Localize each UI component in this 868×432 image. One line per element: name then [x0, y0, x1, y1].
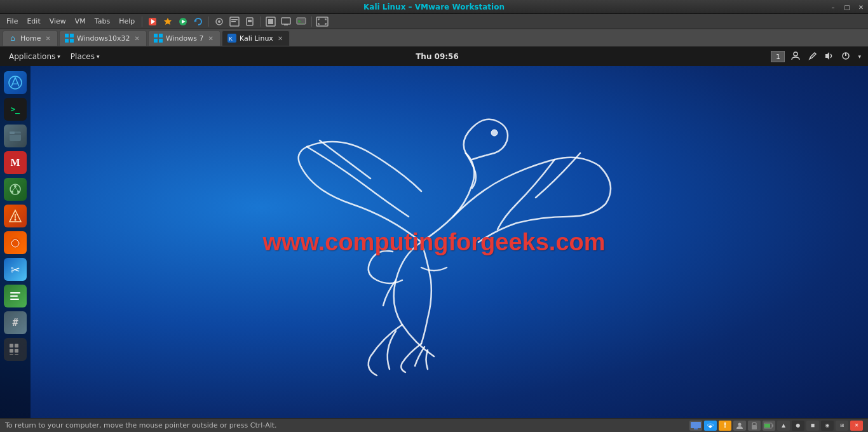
svg-line-42	[13, 187, 15, 191]
toolbar-vm-settings-icon[interactable]	[227, 15, 241, 28]
svg-rect-48	[10, 292, 20, 294]
svg-rect-9	[231, 19, 238, 20]
svg-rect-37	[10, 132, 15, 134]
toolbar-snapshot-icon[interactable]	[212, 15, 226, 28]
toolbar-play-icon[interactable]	[176, 15, 190, 28]
toolbar-separator4	[311, 17, 312, 27]
toolbar-separator3	[260, 17, 261, 27]
svg-rect-10	[231, 21, 236, 22]
panel-right: 1 ▾	[771, 51, 863, 63]
svg-rect-24	[154, 34, 158, 37]
tray-icon-network[interactable]	[704, 421, 717, 431]
titlebar-title: Kali Linux – VMware Workstation	[363, 3, 505, 11]
panel-left: Applications ▾ Places ▾	[5, 51, 104, 62]
svg-rect-60	[752, 425, 757, 429]
tray-icon-user[interactable]	[733, 421, 746, 431]
volume-panel-icon[interactable]	[823, 51, 836, 63]
svg-point-30	[794, 52, 797, 56]
tray-icon-monitor[interactable]	[689, 421, 702, 431]
panel-clock: Thu 09:56	[104, 52, 771, 61]
tab-windows7-close[interactable]: ✕	[207, 34, 214, 43]
statusbar-icons: ! ▲ ● ◼ ◉ ⊞ ✕	[689, 421, 863, 431]
tray-icon-misc3[interactable]: ◼	[806, 421, 819, 431]
dock-app-grid[interactable]	[4, 338, 27, 361]
svg-rect-63	[772, 424, 773, 427]
toolbar-console-icon[interactable]: >_	[294, 15, 308, 28]
tab-windows7-label: Windows 7	[166, 34, 204, 43]
tray-icon-misc1[interactable]: ▲	[777, 421, 790, 431]
places-menu[interactable]: Places ▾	[67, 51, 104, 62]
svg-text:>_: >_	[298, 19, 304, 24]
svg-marker-31	[825, 52, 829, 60]
toolbar-fullscreen-icon[interactable]	[315, 15, 329, 28]
tab-windows7[interactable]: Windows 7 ✕	[148, 30, 220, 46]
vmware-menubar: File Edit View VM Tabs Help >_	[0, 14, 868, 29]
applications-menu[interactable]: Applications ▾	[5, 51, 64, 62]
svg-point-40	[11, 191, 13, 193]
vm-icon-win10	[65, 34, 74, 43]
svg-rect-52	[15, 344, 18, 348]
tab-kali-label: Kali Linux	[240, 34, 273, 43]
toolbar-favorites-icon[interactable]	[161, 15, 175, 28]
tray-icon-misc6[interactable]: ✕	[850, 421, 863, 431]
toolbar-suspend-icon[interactable]	[264, 15, 278, 28]
svg-rect-51	[10, 344, 13, 348]
maximize-button[interactable]: □	[840, 0, 854, 14]
tab-home-close[interactable]: ✕	[44, 34, 51, 43]
tray-icon-misc5[interactable]: ⊞	[836, 421, 848, 431]
svg-point-41	[17, 191, 20, 193]
kali-desktop-container: www.computingforgeeks.com >_ M	[0, 66, 868, 418]
user-panel-icon[interactable]	[789, 51, 803, 63]
menu-help[interactable]: Help	[115, 16, 139, 27]
dock-armitage[interactable]	[4, 205, 27, 227]
svg-point-46	[15, 219, 17, 221]
dock-terminal[interactable]: >_	[4, 98, 27, 121]
tray-icon-alert[interactable]: !	[719, 421, 731, 431]
tab-windows10-label: Windows10x32	[77, 34, 130, 43]
dock-metasploit[interactable]: M	[4, 151, 27, 174]
tray-icon-battery[interactable]	[763, 421, 775, 431]
svg-rect-62	[764, 424, 770, 428]
places-label: Places	[71, 52, 95, 61]
tray-icon-lock[interactable]	[748, 421, 761, 431]
tab-windows10-close[interactable]: ✕	[133, 34, 140, 43]
toolbar-refresh-icon[interactable]	[191, 15, 205, 28]
pen-panel-icon[interactable]	[806, 51, 819, 63]
tab-windows10[interactable]: Windows10x32 ✕	[59, 30, 147, 46]
workspace-button[interactable]: 1	[771, 51, 785, 62]
power-panel-icon[interactable]	[839, 51, 852, 63]
tabbar: ⌂ Home ✕ Windows10x32 ✕ Windows 7 ✕ K Ka…	[0, 29, 868, 47]
tab-kali-close[interactable]: ✕	[276, 34, 284, 43]
toolbar-monitor-icon[interactable]	[279, 15, 293, 28]
dropdown-panel-icon[interactable]: ▾	[856, 53, 863, 60]
menu-tabs[interactable]: Tabs	[91, 16, 114, 27]
svg-rect-49	[10, 295, 18, 297]
dock-files[interactable]	[4, 125, 27, 147]
statusbar: To return to your computer, move the mou…	[0, 418, 868, 432]
watermark-text: www.computingforgeeks.com	[262, 229, 605, 256]
applications-label: Applications	[9, 52, 55, 61]
svg-point-39	[14, 185, 17, 187]
tab-home[interactable]: ⌂ Home ✕	[3, 30, 58, 46]
svg-rect-27	[159, 39, 163, 43]
menu-view[interactable]: View	[46, 16, 70, 27]
tray-icon-misc2[interactable]: ●	[792, 421, 804, 431]
toolbar-usb-icon[interactable]	[243, 15, 257, 28]
minimize-button[interactable]: –	[826, 0, 840, 14]
dock-burpsuite[interactable]	[4, 231, 27, 254]
menu-vm[interactable]: VM	[71, 16, 90, 27]
vm-display-area[interactable]: Applications ▾ Places ▾ Thu 09:56 1	[0, 47, 868, 418]
menu-edit[interactable]: Edit	[23, 16, 44, 27]
dock-maltego[interactable]	[4, 178, 27, 201]
close-button[interactable]: ✕	[854, 0, 868, 14]
menu-file[interactable]: File	[3, 16, 22, 27]
tab-kali[interactable]: K Kali Linux ✕	[222, 30, 290, 46]
tray-icon-misc4[interactable]: ◉	[821, 421, 834, 431]
toolbar-power-icon[interactable]	[146, 15, 159, 28]
dock-calculator[interactable]: #	[4, 311, 27, 334]
svg-rect-53	[10, 349, 13, 353]
dock-green-app[interactable]	[4, 285, 27, 307]
dock-kali-logo[interactable]	[4, 71, 27, 94]
svg-rect-20	[65, 34, 69, 37]
dock-cutycapt[interactable]: ✂	[4, 258, 27, 281]
